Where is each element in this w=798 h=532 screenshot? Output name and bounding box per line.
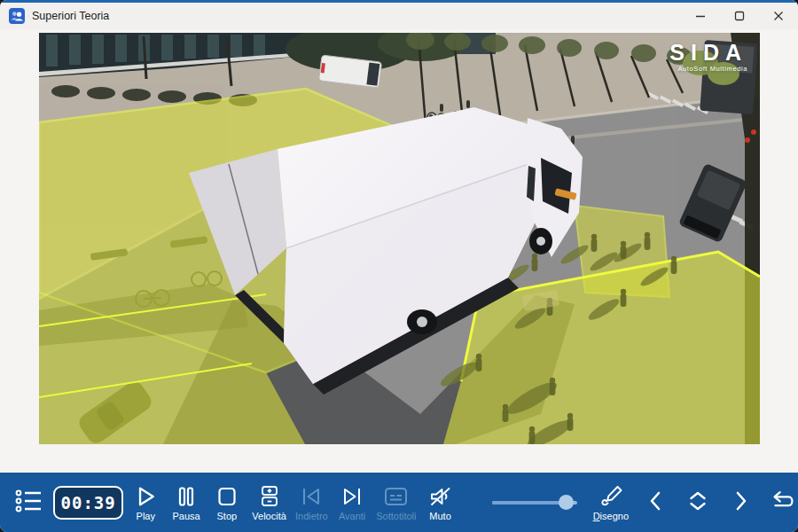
speed-icon <box>259 484 280 508</box>
nav-expand-button[interactable] <box>685 482 713 523</box>
return-button[interactable] <box>766 482 798 523</box>
draw-label: isegno <box>600 511 629 521</box>
timer-value: 00:39 <box>61 493 116 512</box>
mute-button[interactable]: Muto <box>420 484 461 521</box>
previous-button: Indietro <box>291 484 332 521</box>
subtitles-button: Sottotitoli <box>372 484 420 521</box>
volume-thumb[interactable] <box>559 495 574 510</box>
stop-button[interactable]: Stop <box>207 484 247 521</box>
volume-slider[interactable] <box>492 494 577 512</box>
chevron-left-icon <box>646 489 664 516</box>
app-window: Superiori Teoria <box>0 0 798 532</box>
list-icon <box>15 488 43 518</box>
people-icon <box>9 8 25 24</box>
tail-light <box>745 137 750 143</box>
title-bar: Superiori Teoria <box>0 3 798 29</box>
speaker-muted-icon <box>429 484 452 508</box>
video-scene <box>39 33 760 444</box>
pause-button[interactable]: Pausa <box>166 484 207 521</box>
play-button[interactable]: Play <box>125 484 166 521</box>
sida-logo-subtitle: AutoSoft Multimedia <box>669 66 747 73</box>
nav-next-button[interactable] <box>727 482 755 523</box>
nav-previous-button[interactable] <box>641 482 669 523</box>
speed-button[interactable]: Velocità <box>247 484 292 521</box>
close-button[interactable] <box>759 3 798 29</box>
volume-fill <box>492 501 565 505</box>
return-arrow-icon <box>768 489 796 516</box>
skip-forward-icon <box>340 484 364 508</box>
timer-display: 00:39 <box>53 486 124 520</box>
video-player: SIDA AutoSoft Multimedia <box>39 33 760 444</box>
sida-watermark: SIDA AutoSoft Multimedia <box>669 42 747 73</box>
stop-icon <box>216 484 238 508</box>
chevron-right-icon <box>732 489 750 516</box>
player-toolbar: 00:39 Play Pausa Stop <box>0 473 798 532</box>
play-icon <box>134 484 157 508</box>
tail-light <box>751 129 756 135</box>
draw-button[interactable]: Disegno <box>588 484 634 521</box>
index-menu-button[interactable] <box>12 482 46 523</box>
content-area: SIDA AutoSoft Multimedia <box>0 29 798 473</box>
draw-label-accel: D <box>593 511 600 521</box>
sida-logo-text: SIDA <box>669 42 747 64</box>
maximize-button[interactable] <box>720 3 759 29</box>
pen-scribble-icon <box>598 484 623 508</box>
subtitles-icon <box>384 484 408 508</box>
next-button: Avanti <box>332 484 372 521</box>
minimize-button[interactable] <box>681 3 720 29</box>
chevron-up-down-icon <box>686 489 709 517</box>
window-title: Superiori Teoria <box>32 10 109 22</box>
skip-back-icon <box>300 484 323 508</box>
pause-icon <box>176 484 197 508</box>
